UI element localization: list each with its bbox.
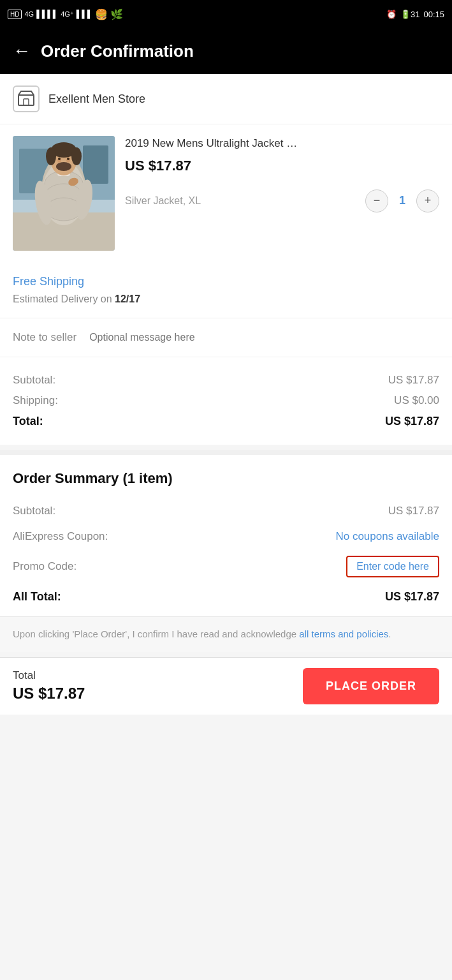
note-label: Note to seller — [13, 331, 77, 344]
promo-label: Promo Code: — [13, 560, 77, 573]
svg-rect-6 — [83, 145, 108, 184]
total-row: Total: US $17.87 — [13, 411, 439, 432]
all-total-label: All Total: — [13, 590, 61, 604]
shipping-value: US $0.00 — [394, 394, 439, 407]
order-summary-section: Order Summary (1 item) Subtotal: US $17.… — [0, 455, 452, 616]
delivery-text: Estimated Delivery on 12/17 — [13, 293, 439, 305]
section-divider — [0, 450, 452, 455]
promo-row: Promo Code: Enter code here — [13, 549, 439, 584]
bottom-total: Total US $17.87 — [13, 669, 85, 702]
store-row: Exellent Men Store — [0, 74, 452, 124]
svg-point-20 — [58, 158, 61, 160]
summary-subtotal-label: Subtotal: — [13, 505, 55, 517]
shipping-row: Shipping: US $0.00 — [13, 390, 439, 411]
svg-point-17 — [71, 147, 82, 165]
store-icon — [13, 85, 40, 112]
bottom-total-label: Total — [13, 669, 85, 682]
page-title: Order Confirmation — [41, 41, 194, 61]
signal-icon2: ▌▌▌ — [77, 10, 93, 19]
signal-icon: ▌▌▌▌ — [36, 10, 58, 19]
app-icon2: 🌿 — [110, 8, 123, 20]
product-details: 2019 New Mens Ultralight Jacket … US $17… — [125, 136, 439, 212]
battery-indicator: 🔋31 — [400, 10, 419, 19]
shipping-section: Free Shipping Estimated Delivery on 12/1… — [0, 262, 452, 318]
hd-badge: HD — [8, 10, 22, 19]
product-price: US $17.87 — [125, 158, 439, 174]
status-bar-right: ⏰ 🔋31 00:15 — [386, 10, 444, 19]
subtotal-row: Subtotal: US $17.87 — [13, 370, 439, 390]
free-shipping-label: Free Shipping — [13, 275, 439, 288]
svg-point-16 — [46, 147, 56, 165]
subtotal-label: Subtotal: — [13, 374, 55, 387]
promo-code-input[interactable]: Enter code here — [346, 556, 439, 577]
terms-text-before: Upon clicking 'Place Order', I confirm I… — [13, 628, 299, 639]
all-total-value: US $17.87 — [385, 590, 439, 604]
totals-section: Subtotal: US $17.87 Shipping: US $0.00 T… — [0, 357, 452, 445]
store-icon-glyph — [17, 89, 35, 110]
bottom-bar: Total US $17.87 PLACE ORDER — [0, 657, 452, 715]
network-label2: 4G⁺ — [61, 10, 74, 19]
status-bar: HD 4G ▌▌▌▌ 4G⁺ ▌▌▌ 🍔 🌿 ⏰ 🔋31 00:15 — [0, 0, 452, 28]
shipping-label: Shipping: — [13, 394, 58, 407]
app-icon1: 🍔 — [95, 8, 108, 20]
total-value: US $17.87 — [385, 415, 439, 428]
svg-rect-1 — [24, 99, 29, 105]
note-input[interactable] — [89, 332, 439, 343]
svg-rect-0 — [18, 95, 34, 105]
back-button[interactable]: ← — [13, 42, 31, 60]
place-order-button[interactable]: PLACE ORDER — [303, 668, 439, 704]
product-name: 2019 New Mens Ultralight Jacket … — [125, 136, 439, 151]
note-section: Note to seller — [0, 318, 452, 357]
all-total-row: All Total: US $17.87 — [13, 584, 439, 610]
store-name: Exellent Men Store — [48, 93, 145, 106]
summary-subtotal-row: Subtotal: US $17.87 — [13, 498, 439, 524]
product-image — [13, 136, 115, 251]
terms-text-after: . — [388, 628, 391, 639]
coupon-label: AliExpress Coupon: — [13, 530, 108, 543]
delivery-label: Estimated Delivery on — [13, 293, 115, 304]
alarm-icon: ⏰ — [386, 10, 397, 19]
time-label: 00:15 — [423, 10, 444, 19]
network-label: 4G — [24, 10, 34, 18]
terms-link[interactable]: all terms and policies — [299, 628, 388, 639]
order-summary-title: Order Summary (1 item) — [13, 470, 439, 487]
product-variant-row: Silver Jacket, XL − 1 + — [125, 189, 439, 212]
quantity-decrease-button[interactable]: − — [365, 189, 388, 212]
quantity-increase-button[interactable]: + — [416, 189, 439, 212]
delivery-date: 12/17 — [115, 293, 140, 304]
total-label: Total: — [13, 415, 43, 428]
top-nav: ← Order Confirmation — [0, 28, 452, 74]
coupon-row: AliExpress Coupon: No coupons available — [13, 524, 439, 549]
summary-subtotal-value: US $17.87 — [388, 505, 439, 517]
product-row: 2019 New Mens Ultralight Jacket … US $17… — [13, 136, 439, 251]
product-variant: Silver Jacket, XL — [125, 195, 201, 207]
bottom-total-value: US $17.87 — [13, 685, 85, 702]
terms-notice: Upon clicking 'Place Order', I confirm I… — [0, 616, 452, 652]
quantity-value: 1 — [396, 194, 409, 207]
svg-point-22 — [56, 162, 71, 171]
svg-point-21 — [67, 158, 69, 160]
quantity-control: − 1 + — [365, 189, 439, 212]
status-bar-left: HD 4G ▌▌▌▌ 4G⁺ ▌▌▌ 🍔 🌿 — [8, 8, 123, 20]
subtotal-value: US $17.87 — [388, 374, 439, 387]
coupon-value[interactable]: No coupons available — [335, 530, 439, 543]
product-section: 2019 New Mens Ultralight Jacket … US $17… — [0, 124, 452, 262]
